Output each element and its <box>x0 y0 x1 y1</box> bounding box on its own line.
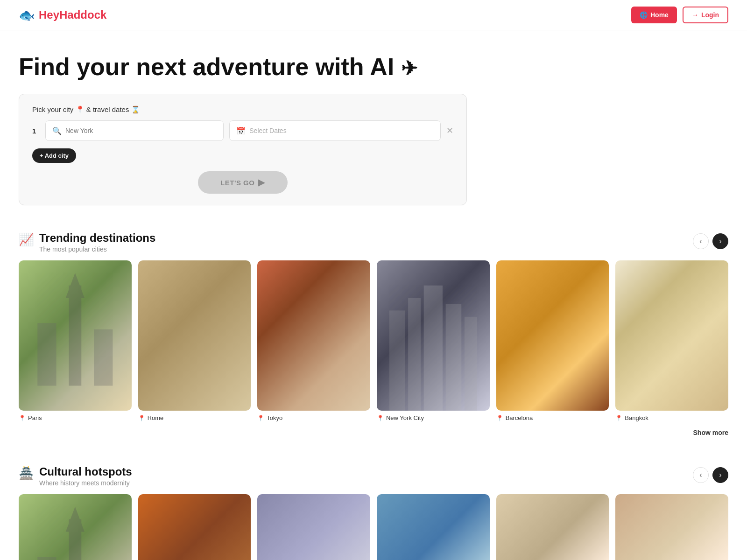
clear-button[interactable]: ✕ <box>446 126 453 136</box>
destination-card[interactable]: 📍 Marrakesh <box>496 494 609 560</box>
svg-marker-10 <box>66 507 85 532</box>
trending-title: Trending destinations <box>39 231 155 245</box>
trending-header: 📈 Trending destinations The most popular… <box>19 231 728 253</box>
card-label: 📍 Barcelona <box>496 414 609 421</box>
destination-card[interactable]: 📍 Rome <box>138 260 251 421</box>
arrow-icon: ▶ <box>258 177 265 188</box>
destination-card[interactable]: 📍 Kyoto <box>138 494 251 560</box>
cultural-subtitle: Where history meets modernity <box>39 479 132 487</box>
trending-icon: 📈 <box>19 232 34 247</box>
cultural-header: 🏯 Cultural hotspots Where history meets … <box>19 465 728 487</box>
destination-card[interactable]: 📍 Paris <box>19 260 132 421</box>
destination-card[interactable]: 📍 Tokyo <box>257 260 370 421</box>
hero-section: Find your next adventure with AI ✈ Pick … <box>0 30 747 215</box>
card-image <box>138 260 251 411</box>
card-image <box>496 494 609 560</box>
cultural-nav: ‹ › <box>693 467 728 483</box>
login-icon: → <box>692 11 698 19</box>
city-search-wrap[interactable]: 🔍 <box>45 120 224 141</box>
city-name: New York City <box>386 414 424 421</box>
destination-card[interactable]: 📍 New York City <box>377 260 490 421</box>
search-icon: 🔍 <box>52 126 62 135</box>
hero-title: Find your next adventure with AI ✈ <box>19 53 728 81</box>
city-name: Tokyo <box>267 414 282 421</box>
logo-icon: 🐟 <box>19 7 35 23</box>
logo-text: HeyHaddock <box>39 8 106 21</box>
card-image <box>377 494 490 560</box>
svg-rect-5 <box>408 298 421 411</box>
trending-next-button[interactable]: › <box>712 233 728 249</box>
row-number: 1 <box>32 127 40 135</box>
svg-rect-2 <box>37 323 56 385</box>
svg-rect-11 <box>37 557 56 560</box>
pin-icon: 📍 <box>377 415 384 421</box>
svg-marker-1 <box>66 273 85 298</box>
svg-rect-8 <box>465 317 477 411</box>
date-input-wrap[interactable]: 📅 Select Dates <box>229 120 441 141</box>
card-image <box>615 494 728 560</box>
lets-go-wrap: LET'S GO ▶ <box>32 171 453 194</box>
city-name: Barcelona <box>506 414 533 421</box>
cultural-title: Cultural hotspots <box>39 465 132 478</box>
card-label: 📍 Paris <box>19 414 132 421</box>
card-image <box>257 260 370 411</box>
svg-rect-4 <box>389 310 405 411</box>
card-image <box>377 260 490 411</box>
trending-prev-button[interactable]: ‹ <box>693 233 709 249</box>
destination-card[interactable]: 📍 Paris <box>19 494 132 560</box>
pin-icon: 📍 <box>138 415 145 421</box>
city-name: Paris <box>28 414 42 421</box>
header-nav: 🌐 Home → Login <box>631 7 728 23</box>
calendar-icon: 📅 <box>236 126 246 135</box>
card-label: 📍 Tokyo <box>257 414 370 421</box>
trending-nav: ‹ › <box>693 233 728 249</box>
logo[interactable]: 🐟 HeyHaddock <box>19 7 106 23</box>
cultural-section: 🏯 Cultural hotspots Where history meets … <box>0 448 747 560</box>
header: 🐟 HeyHaddock 🌐 Home → Login <box>0 0 747 30</box>
trending-section: 📈 Trending destinations The most popular… <box>0 215 747 448</box>
trending-title-group: Trending destinations The most popular c… <box>39 231 155 253</box>
pin-icon: 📍 <box>19 415 26 421</box>
cultural-header-left: 🏯 Cultural hotspots Where history meets … <box>19 465 132 487</box>
search-row: 1 🔍 📅 Select Dates ✕ <box>32 120 453 141</box>
home-button[interactable]: 🌐 Home <box>631 7 677 23</box>
svg-rect-6 <box>424 286 443 411</box>
lets-go-button[interactable]: LET'S GO ▶ <box>198 171 288 194</box>
svg-rect-0 <box>69 286 81 386</box>
destination-card[interactable]: 📍 Barcelona <box>496 260 609 421</box>
destination-card[interactable]: 📍 Athens <box>615 494 728 560</box>
cultural-cards-row: 📍 Paris 📍 Kyoto 📍 Istanbul <box>19 494 728 560</box>
city-input[interactable] <box>65 127 217 134</box>
trending-cards-row: 📍 Paris 📍 Rome 📍 Tokyo <box>19 260 728 425</box>
card-label: 📍 Bangkok <box>615 414 728 421</box>
login-button[interactable]: → Login <box>683 7 728 23</box>
home-icon: 🌐 <box>640 11 648 19</box>
trending-show-more-wrap: Show more <box>19 425 728 444</box>
card-image <box>138 494 251 560</box>
search-label: Pick your city 📍 & travel dates ⌛ <box>32 105 453 114</box>
city-name: Bangkok <box>625 414 648 421</box>
card-image <box>496 260 609 411</box>
destination-card[interactable]: 📍 Istanbul <box>257 494 370 560</box>
cultural-next-button[interactable]: › <box>712 467 728 483</box>
svg-rect-3 <box>94 329 113 386</box>
pin-icon: 📍 <box>257 415 264 421</box>
trending-subtitle: The most popular cities <box>39 245 155 253</box>
card-image <box>19 260 132 411</box>
trending-header-left: 📈 Trending destinations The most popular… <box>19 231 155 253</box>
destination-card[interactable]: 📍 Bangkok <box>615 260 728 421</box>
search-box: Pick your city 📍 & travel dates ⌛ 1 🔍 📅 … <box>19 94 467 205</box>
date-placeholder: Select Dates <box>249 127 286 134</box>
cultural-icon: 🏯 <box>19 466 34 481</box>
trending-show-more-button[interactable]: Show more <box>693 429 728 436</box>
card-label: 📍 Rome <box>138 414 251 421</box>
destination-card[interactable]: 📍 Mexico City <box>377 494 490 560</box>
city-name: Rome <box>148 414 164 421</box>
card-image <box>19 494 132 560</box>
add-city-button[interactable]: + Add city <box>32 148 76 163</box>
cultural-prev-button[interactable]: ‹ <box>693 467 709 483</box>
svg-rect-7 <box>446 304 462 411</box>
pin-icon: 📍 <box>615 415 622 421</box>
card-image <box>615 260 728 411</box>
pin-icon: 📍 <box>496 415 503 421</box>
